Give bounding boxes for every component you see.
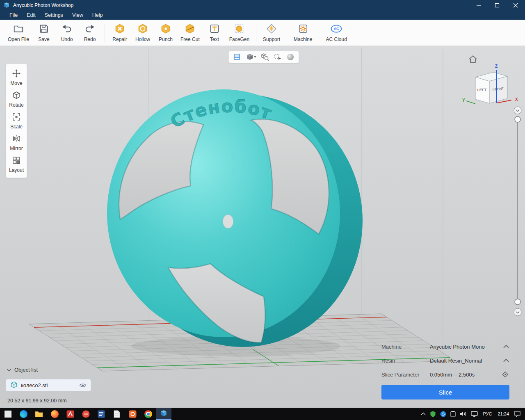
- rotate-tool[interactable]: Rotate: [6, 88, 27, 110]
- firefox-browser-icon[interactable]: [47, 408, 62, 420]
- slider-top-jump-button[interactable]: [514, 107, 521, 114]
- open-file-icon: [13, 23, 24, 35]
- ac-cloud-button[interactable]: AC AC Cloud: [323, 23, 349, 42]
- punch-button[interactable]: Punch: [155, 23, 177, 42]
- toolbar-label: Open File: [8, 37, 29, 42]
- volume-icon[interactable]: [458, 408, 469, 420]
- maximize-button[interactable]: [488, 0, 507, 11]
- resin-row[interactable]: Resin Default Resin_Normal: [381, 354, 509, 368]
- edge-browser-icon[interactable]: [16, 408, 31, 420]
- toolbar-label: Repair: [112, 37, 127, 42]
- taskbar-app-icon-3[interactable]: [125, 408, 140, 420]
- slice-view-icon[interactable]: [233, 53, 241, 61]
- menu-view[interactable]: View: [68, 11, 88, 19]
- gizmo-left-face-label: LEFT: [477, 87, 486, 92]
- hollow-button[interactable]: Hollow: [132, 23, 154, 42]
- free-cut-button[interactable]: Free Cut: [178, 23, 203, 42]
- layer-range-slider: [511, 106, 524, 321]
- app-logo-cube-icon: [3, 2, 10, 9]
- model-view-icon[interactable]: [246, 53, 256, 61]
- slider-lower-handle[interactable]: [515, 299, 520, 305]
- view-mode-toolbar: [228, 51, 299, 63]
- layout-icon: [12, 156, 21, 166]
- close-button[interactable]: [507, 0, 525, 11]
- system-tray: РУС 21:24: [419, 408, 525, 420]
- document-app-icon[interactable]: [94, 408, 109, 420]
- file-explorer-icon[interactable]: [31, 408, 47, 420]
- text-button[interactable]: Text: [203, 23, 226, 42]
- marquee-select-icon[interactable]: [274, 53, 282, 61]
- menu-help[interactable]: Help: [88, 11, 107, 19]
- windows-taskbar: РУС 21:24: [0, 408, 525, 420]
- mirror-icon: [12, 134, 21, 144]
- orientation-cube[interactable]: LEFT FRONT Z X Y: [461, 64, 519, 112]
- photon-workshop-taskbar-icon[interactable]: [156, 408, 171, 420]
- notes-app-icon[interactable]: [109, 408, 125, 420]
- visibility-eye-icon[interactable]: [79, 383, 87, 388]
- clipboard-tray-icon[interactable]: [448, 408, 458, 420]
- taskbar-app-icon-1[interactable]: [62, 408, 78, 420]
- hub-hole: [223, 215, 233, 228]
- toolbar-label: Hollow: [135, 37, 150, 42]
- slice-button[interactable]: Slice: [381, 385, 509, 399]
- layout-tool[interactable]: Layout: [6, 153, 27, 175]
- support-button[interactable]: Support: [260, 23, 283, 42]
- viewport-3d[interactable]: Стенобот Move Rotate Scale Mirror: [0, 46, 525, 408]
- repair-icon: [114, 23, 125, 35]
- redo-icon: [84, 23, 95, 35]
- slice-parameter-edit-icon[interactable]: [500, 370, 509, 379]
- machine-row[interactable]: Machine Anycubic Photon Mono: [381, 340, 509, 354]
- model-dimensions: 20.52 x 91.99 x 92.00 mm: [7, 398, 67, 404]
- slice-settings-panel: Machine Anycubic Photon Mono Resin Defau…: [381, 340, 509, 399]
- menu-settings[interactable]: Settings: [40, 11, 68, 19]
- undo-button[interactable]: Undo: [56, 23, 78, 42]
- move-tool[interactable]: Move: [6, 66, 27, 88]
- slice-parameter-row[interactable]: Slice Parameter 0.050mm -- 2.500s: [381, 368, 509, 381]
- scale-tool[interactable]: Scale: [6, 110, 27, 132]
- network-monitor-icon[interactable]: [469, 408, 480, 420]
- tray-expand-icon[interactable]: [419, 408, 428, 420]
- facegen-button[interactable]: FaceGen: [226, 23, 252, 42]
- machine-value: Anycubic Photon Mono: [430, 344, 500, 350]
- y-axis-line: [466, 101, 475, 104]
- free-cut-icon: [185, 23, 195, 35]
- machine-collapse-chevron-icon[interactable]: [500, 345, 509, 349]
- minimize-button[interactable]: [470, 0, 488, 11]
- sync-tray-icon[interactable]: [438, 408, 448, 420]
- redo-button[interactable]: Redo: [79, 23, 101, 42]
- mirror-tool[interactable]: Mirror: [6, 132, 27, 153]
- slider-bottom-jump-button[interactable]: [514, 308, 521, 316]
- open-file-button[interactable]: Open File: [5, 23, 32, 42]
- taskbar-app-icon-2[interactable]: [78, 408, 94, 420]
- toolbar-label: Machine: [294, 37, 312, 42]
- render-sphere-icon[interactable]: [286, 53, 294, 61]
- toolbar-separator: [287, 24, 287, 42]
- toolbar-separator: [105, 24, 105, 42]
- fit-view-icon[interactable]: [261, 53, 269, 61]
- slider-upper-handle[interactable]: [515, 116, 520, 122]
- transform-tool-panel: Move Rotate Scale Mirror Layout: [6, 64, 27, 178]
- object-list-item[interactable]: колесо2.stl: [6, 379, 91, 391]
- menu-edit[interactable]: Edit: [22, 11, 40, 19]
- antivirus-shield-icon[interactable]: [428, 408, 438, 420]
- model-wheel[interactable]: Стенобот: [107, 89, 363, 347]
- language-indicator[interactable]: РУС: [480, 411, 495, 416]
- toolbar-separator: [256, 24, 256, 42]
- menubar: File Edit Settings View Help: [0, 11, 525, 20]
- menu-file[interactable]: File: [5, 11, 22, 19]
- resin-collapse-chevron-icon[interactable]: [500, 358, 509, 363]
- toolbar-label: Free Cut: [180, 37, 200, 42]
- start-button[interactable]: [0, 408, 16, 420]
- save-button[interactable]: Save: [33, 23, 55, 42]
- tool-label: Move: [10, 80, 22, 86]
- object-list-header[interactable]: Object list: [7, 367, 38, 373]
- repair-button[interactable]: Repair: [109, 23, 131, 42]
- toolbar-label: Support: [263, 37, 280, 42]
- action-center-icon[interactable]: [512, 408, 525, 420]
- clock[interactable]: 21:24: [495, 411, 512, 416]
- support-icon: [266, 23, 277, 35]
- rotate-icon: [12, 91, 21, 101]
- machine-button[interactable]: Machine: [291, 23, 315, 42]
- tool-label: Layout: [9, 167, 24, 173]
- chrome-browser-icon[interactable]: [140, 408, 156, 420]
